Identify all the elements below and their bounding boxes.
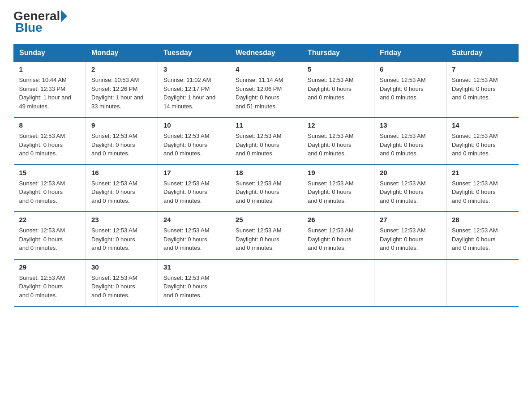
day-info: Sunset: 12:53 AMDaylight: 0 hoursand 0 m… bbox=[19, 226, 81, 253]
calendar-day-cell: 29Sunset: 12:53 AMDaylight: 0 hoursand 0… bbox=[14, 259, 86, 307]
day-number: 10 bbox=[163, 121, 224, 129]
calendar-day-cell bbox=[374, 259, 446, 307]
calendar-day-cell: 11Sunset: 12:53 AMDaylight: 0 hoursand 0… bbox=[230, 117, 302, 165]
calendar-day-cell bbox=[230, 259, 302, 307]
page-header: General Blue bbox=[13, 9, 519, 35]
day-number: 18 bbox=[236, 169, 296, 176]
day-info: Sunset: 12:53 AMDaylight: 0 hoursand 0 m… bbox=[91, 132, 152, 158]
calendar-day-cell: 22Sunset: 12:53 AMDaylight: 0 hoursand 0… bbox=[14, 212, 86, 259]
day-number: 20 bbox=[380, 169, 441, 176]
calendar-day-cell: 21Sunset: 12:53 AMDaylight: 0 hoursand 0… bbox=[446, 165, 519, 212]
day-info: Sunset: 12:53 AMDaylight: 0 hoursand 0 m… bbox=[91, 226, 152, 253]
day-info: Sunset: 12:53 AMDaylight: 0 hoursand 0 m… bbox=[91, 179, 152, 206]
day-info: Sunset: 12:53 AMDaylight: 0 hoursand 0 m… bbox=[380, 132, 441, 158]
calendar-week-row: 29Sunset: 12:53 AMDaylight: 0 hoursand 0… bbox=[14, 259, 519, 307]
day-of-week-header: Thursday bbox=[302, 44, 374, 62]
day-info: Sunset: 12:53 AMDaylight: 0 hoursand 0 m… bbox=[308, 179, 369, 206]
day-number: 8 bbox=[19, 121, 81, 129]
calendar-day-cell: 30Sunset: 12:53 AMDaylight: 0 hoursand 0… bbox=[86, 259, 158, 307]
day-info: Sunset: 12:53 AMDaylight: 0 hoursand 0 m… bbox=[163, 132, 224, 158]
day-info: Sunrise: 10:44 AMSunset: 12:33 PMDayligh… bbox=[19, 76, 81, 111]
day-of-week-header: Monday bbox=[86, 44, 158, 62]
calendar-day-cell bbox=[446, 259, 519, 307]
day-info: Sunset: 12:53 AMDaylight: 0 hoursand 0 m… bbox=[163, 274, 224, 300]
calendar-week-row: 1Sunrise: 10:44 AMSunset: 12:33 PMDaylig… bbox=[14, 62, 519, 118]
calendar-day-cell: 24Sunset: 12:53 AMDaylight: 0 hoursand 0… bbox=[158, 212, 230, 259]
day-info: Sunset: 12:53 AMDaylight: 0 hoursand 0 m… bbox=[236, 132, 296, 158]
day-number: 29 bbox=[19, 263, 81, 271]
day-info: Sunset: 12:53 AMDaylight: 0 hoursand 0 m… bbox=[308, 226, 369, 253]
day-number: 3 bbox=[163, 65, 224, 73]
logo-triangle-icon bbox=[61, 10, 67, 22]
day-number: 26 bbox=[308, 216, 369, 223]
day-number: 22 bbox=[19, 216, 81, 223]
day-of-week-header: Sunday bbox=[14, 44, 86, 62]
calendar-day-cell: 5Sunset: 12:53 AMDaylight: 0 hoursand 0 … bbox=[302, 62, 374, 118]
day-number: 30 bbox=[91, 263, 152, 271]
day-info: Sunset: 12:53 AMDaylight: 0 hoursand 0 m… bbox=[452, 226, 513, 253]
day-info: Sunset: 12:53 AMDaylight: 0 hoursand 0 m… bbox=[163, 179, 224, 206]
logo-blue-text: Blue bbox=[15, 21, 43, 35]
calendar-day-cell: 13Sunset: 12:53 AMDaylight: 0 hoursand 0… bbox=[374, 117, 446, 165]
calendar-day-cell: 4Sunrise: 11:14 AMSunset: 12:06 PMDaylig… bbox=[230, 62, 302, 118]
day-info: Sunset: 12:53 AMDaylight: 0 hoursand 0 m… bbox=[91, 274, 152, 300]
day-number: 24 bbox=[163, 216, 224, 223]
day-number: 27 bbox=[380, 216, 441, 223]
day-info: Sunrise: 10:53 AMSunset: 12:26 PMDayligh… bbox=[91, 76, 152, 111]
day-info: Sunset: 12:53 AMDaylight: 0 hoursand 0 m… bbox=[163, 226, 224, 253]
day-number: 15 bbox=[19, 169, 81, 176]
day-number: 17 bbox=[163, 169, 224, 176]
day-info: Sunset: 12:53 AMDaylight: 0 hoursand 0 m… bbox=[380, 76, 441, 102]
calendar-day-cell: 19Sunset: 12:53 AMDaylight: 0 hoursand 0… bbox=[302, 165, 374, 212]
calendar-day-cell: 9Sunset: 12:53 AMDaylight: 0 hoursand 0 … bbox=[86, 117, 158, 165]
day-info: Sunrise: 11:02 AMSunset: 12:17 PMDayligh… bbox=[163, 76, 224, 111]
calendar-day-cell: 6Sunset: 12:53 AMDaylight: 0 hoursand 0 … bbox=[374, 62, 446, 118]
calendar-week-row: 15Sunset: 12:53 AMDaylight: 0 hoursand 0… bbox=[14, 165, 519, 212]
day-number: 25 bbox=[236, 216, 296, 223]
day-info: Sunset: 12:53 AMDaylight: 0 hoursand 0 m… bbox=[19, 132, 81, 158]
day-info: Sunset: 12:53 AMDaylight: 0 hoursand 0 m… bbox=[452, 132, 513, 158]
day-number: 6 bbox=[380, 65, 441, 73]
day-info: Sunset: 12:53 AMDaylight: 0 hoursand 0 m… bbox=[308, 76, 369, 102]
day-number: 19 bbox=[308, 169, 369, 176]
calendar-body: 1Sunrise: 10:44 AMSunset: 12:33 PMDaylig… bbox=[14, 62, 519, 307]
day-info: Sunset: 12:53 AMDaylight: 0 hoursand 0 m… bbox=[236, 179, 296, 206]
day-number: 7 bbox=[452, 65, 513, 73]
day-number: 2 bbox=[91, 65, 152, 73]
day-number: 1 bbox=[19, 65, 81, 73]
day-info: Sunset: 12:53 AMDaylight: 0 hoursand 0 m… bbox=[380, 226, 441, 253]
calendar-week-row: 8Sunset: 12:53 AMDaylight: 0 hoursand 0 … bbox=[14, 117, 519, 165]
day-number: 4 bbox=[236, 65, 296, 73]
calendar-day-cell: 2Sunrise: 10:53 AMSunset: 12:26 PMDaylig… bbox=[86, 62, 158, 118]
calendar-day-cell: 26Sunset: 12:53 AMDaylight: 0 hoursand 0… bbox=[302, 212, 374, 259]
calendar-day-cell: 14Sunset: 12:53 AMDaylight: 0 hoursand 0… bbox=[446, 117, 519, 165]
day-number: 21 bbox=[452, 169, 513, 176]
day-info: Sunset: 12:53 AMDaylight: 0 hoursand 0 m… bbox=[236, 226, 296, 253]
day-info: Sunset: 12:53 AMDaylight: 0 hoursand 0 m… bbox=[380, 179, 441, 206]
calendar-day-cell: 15Sunset: 12:53 AMDaylight: 0 hoursand 0… bbox=[14, 165, 86, 212]
day-info: Sunset: 12:53 AMDaylight: 0 hoursand 0 m… bbox=[452, 179, 513, 206]
calendar-day-cell: 31Sunset: 12:53 AMDaylight: 0 hoursand 0… bbox=[158, 259, 230, 307]
calendar-day-cell: 28Sunset: 12:53 AMDaylight: 0 hoursand 0… bbox=[446, 212, 519, 259]
day-number: 9 bbox=[91, 121, 152, 129]
calendar-day-cell: 8Sunset: 12:53 AMDaylight: 0 hoursand 0 … bbox=[14, 117, 86, 165]
calendar-day-cell: 25Sunset: 12:53 AMDaylight: 0 hoursand 0… bbox=[230, 212, 302, 259]
calendar-day-cell: 12Sunset: 12:53 AMDaylight: 0 hoursand 0… bbox=[302, 117, 374, 165]
calendar-day-cell: 3Sunrise: 11:02 AMSunset: 12:17 PMDaylig… bbox=[158, 62, 230, 118]
day-of-week-header: Saturday bbox=[446, 44, 519, 62]
calendar-table: SundayMondayTuesdayWednesdayThursdayFrid… bbox=[13, 44, 519, 307]
day-info: Sunset: 12:53 AMDaylight: 0 hoursand 0 m… bbox=[19, 274, 81, 300]
calendar-day-cell: 10Sunset: 12:53 AMDaylight: 0 hoursand 0… bbox=[158, 117, 230, 165]
calendar-day-cell: 23Sunset: 12:53 AMDaylight: 0 hoursand 0… bbox=[86, 212, 158, 259]
calendar-day-cell: 1Sunrise: 10:44 AMSunset: 12:33 PMDaylig… bbox=[14, 62, 86, 118]
day-number: 11 bbox=[236, 121, 296, 129]
calendar-day-cell: 18Sunset: 12:53 AMDaylight: 0 hoursand 0… bbox=[230, 165, 302, 212]
day-number: 31 bbox=[163, 263, 224, 271]
calendar-day-cell: 20Sunset: 12:53 AMDaylight: 0 hoursand 0… bbox=[374, 165, 446, 212]
day-info: Sunset: 12:53 AMDaylight: 0 hoursand 0 m… bbox=[452, 76, 513, 102]
calendar-week-row: 22Sunset: 12:53 AMDaylight: 0 hoursand 0… bbox=[14, 212, 519, 259]
day-number: 14 bbox=[452, 121, 513, 129]
day-info: Sunrise: 11:14 AMSunset: 12:06 PMDayligh… bbox=[236, 76, 296, 111]
day-of-week-header: Wednesday bbox=[230, 44, 302, 62]
day-number: 28 bbox=[452, 216, 513, 223]
